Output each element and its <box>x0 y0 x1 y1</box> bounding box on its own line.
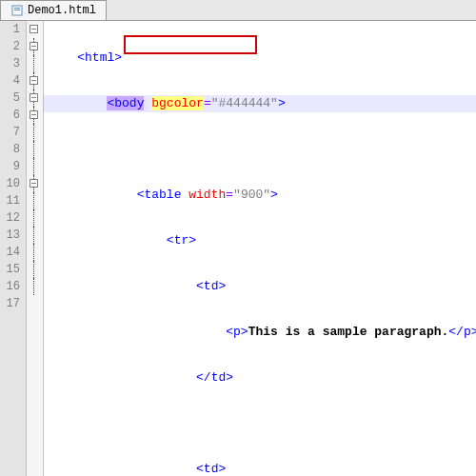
svg-rect-2 <box>14 10 20 10</box>
code-line: <p>This is a sample paragraph.</p> <box>44 324 476 341</box>
file-tab[interactable]: Demo1.html <box>0 0 107 20</box>
code-line: <td> <box>44 461 476 476</box>
tab-label: Demo1.html <box>28 4 96 17</box>
highlight-annotation <box>124 35 257 54</box>
code-line: </td> <box>44 369 476 387</box>
fold-toggle-icon[interactable] <box>30 76 38 85</box>
fold-toggle-icon[interactable] <box>30 110 38 119</box>
svg-rect-1 <box>14 8 20 9</box>
fold-toggle-icon[interactable] <box>30 179 38 188</box>
code-line: <tr> <box>44 232 476 249</box>
code-area[interactable]: <html> <body bgcolor="#444444"> <table w… <box>44 21 476 476</box>
code-line: <table width="900"> <box>44 187 476 204</box>
tab-bar: Demo1.html <box>0 0 476 21</box>
file-icon <box>10 4 24 17</box>
code-line: <body bgcolor="#444444"> <box>44 95 476 112</box>
line-number-gutter: 1 2 3 4 5 6 7 8 9 10 11 12 13 14 15 16 1… <box>0 21 27 476</box>
fold-toggle-icon[interactable] <box>30 25 38 33</box>
fold-toggle-icon[interactable] <box>30 93 38 102</box>
code-editor[interactable]: 1 2 3 4 5 6 7 8 9 10 11 12 13 14 15 16 1… <box>0 21 476 476</box>
fold-column <box>27 21 44 476</box>
code-line: <html> <box>44 50 476 67</box>
code-line: <td> <box>44 278 476 295</box>
code-line <box>44 141 476 158</box>
code-line <box>44 415 476 432</box>
fold-toggle-icon[interactable] <box>30 42 38 50</box>
